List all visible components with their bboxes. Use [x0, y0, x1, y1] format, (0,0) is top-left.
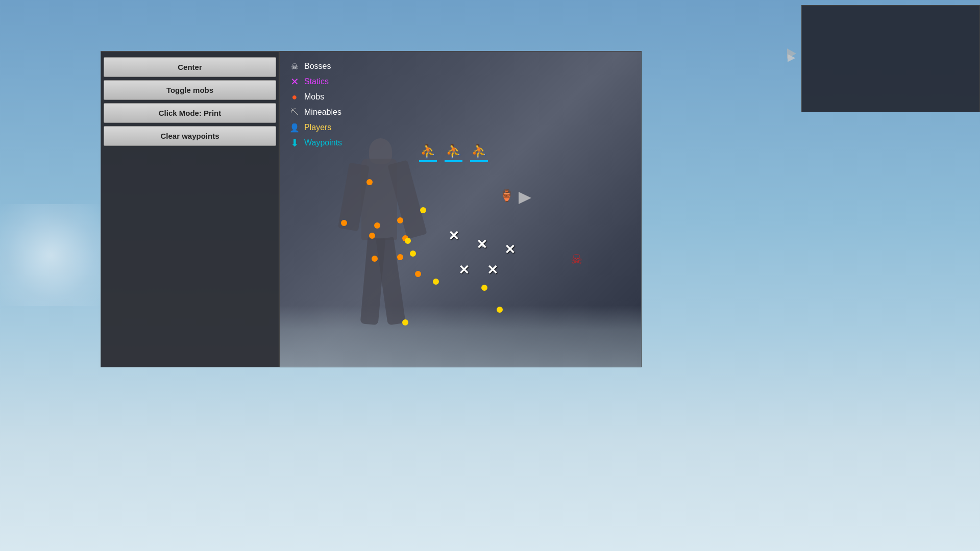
- cloud-left: [0, 204, 102, 306]
- mob-dot-4: [374, 222, 380, 229]
- center-button[interactable]: Center: [104, 57, 276, 77]
- mineable-bar-1: [419, 160, 437, 162]
- map-legend: ☠ Bosses ✕ Statics ● Mobs ⛏ Mineables 👤 …: [285, 57, 346, 153]
- mineable-figure-icon-1: ⛹: [420, 143, 436, 159]
- legend-statics[interactable]: ✕ Statics: [289, 76, 342, 87]
- mob-dot-2: [341, 220, 347, 226]
- mob-dot-5: [397, 217, 403, 223]
- bosses-icon: ☠: [289, 61, 300, 72]
- players-label: Players: [304, 123, 331, 132]
- click-mode-button[interactable]: Click Mode: Print: [104, 103, 276, 123]
- waypoints-icon: ⬇: [289, 137, 300, 148]
- clear-waypoints-button[interactable]: Clear waypoints: [104, 126, 276, 146]
- mineables-group: ⛹ ⛹ ⛹: [419, 143, 488, 162]
- ui-container: Center Toggle mobs Click Mode: Print Cle…: [101, 51, 642, 367]
- mineables-icon: ⛏: [289, 107, 300, 118]
- x-marker-icon-1: ✕: [448, 228, 459, 243]
- static-x-1: ✕: [448, 229, 459, 242]
- player-dot-7: [402, 319, 408, 325]
- player-dot-5: [481, 285, 487, 291]
- statics-label: Statics: [304, 77, 329, 86]
- mineable-1: ⛹: [419, 143, 437, 162]
- mineable-figure-icon-3: ⛹: [471, 143, 487, 159]
- x-marker-icon-3: ✕: [504, 242, 516, 257]
- player-dot-6: [497, 307, 503, 313]
- toggle-mobs-button[interactable]: Toggle mobs: [104, 80, 276, 100]
- x-marker-icon-4: ✕: [458, 262, 470, 278]
- waypoints-label: Waypoints: [304, 138, 342, 147]
- boss-marker: ☠: [571, 252, 582, 267]
- player-dot-2: [405, 238, 411, 244]
- mineable-bar-3: [470, 160, 488, 162]
- expand-arrow-button[interactable]: ▶: [788, 51, 795, 63]
- bosses-label: Bosses: [304, 62, 331, 71]
- mobs-label: Mobs: [304, 92, 324, 102]
- top-right-panel: [801, 5, 980, 112]
- statics-icon: ✕: [289, 76, 300, 87]
- mob-dot-9: [397, 254, 403, 260]
- mobs-icon: ●: [289, 91, 300, 103]
- legend-mineables[interactable]: ⛏ Mineables: [289, 107, 342, 118]
- mineable-figure-icon-2: ⛹: [446, 143, 462, 159]
- legend-mobs[interactable]: ● Mobs: [289, 91, 342, 103]
- player-dot-3: [410, 251, 416, 257]
- x-marker-icon-5: ✕: [487, 262, 498, 278]
- legend-players[interactable]: 👤 Players: [289, 122, 342, 133]
- legend-waypoints[interactable]: ⬇ Waypoints: [289, 137, 342, 148]
- small-dot: [481, 244, 484, 247]
- mineable-2: ⛹: [445, 143, 462, 162]
- cursor-marker: [519, 192, 531, 204]
- left-panel: Center Toggle mobs Click Mode: Print Cle…: [101, 51, 279, 367]
- static-x-4: ✕: [458, 263, 470, 277]
- static-x-5: ✕: [487, 263, 498, 277]
- mob-dot-1: [366, 179, 373, 185]
- mineables-label: Mineables: [304, 108, 341, 117]
- character-figure: [331, 128, 443, 367]
- players-icon: 👤: [289, 122, 300, 133]
- player-dot-1: [420, 207, 426, 213]
- mob-dot-8: [415, 271, 421, 277]
- player-marker: 🏺: [500, 189, 513, 203]
- mob-dot-3: [369, 233, 375, 239]
- mineable-bar-2: [445, 160, 462, 162]
- static-x-3: ✕: [504, 243, 516, 256]
- player-dot-4: [433, 279, 439, 285]
- mob-dot-7: [372, 256, 378, 262]
- map-panel[interactable]: ☠ Bosses ✕ Statics ● Mobs ⛏ Mineables 👤 …: [279, 51, 642, 367]
- legend-bosses[interactable]: ☠ Bosses: [289, 61, 342, 72]
- mineable-3: ⛹: [470, 143, 488, 162]
